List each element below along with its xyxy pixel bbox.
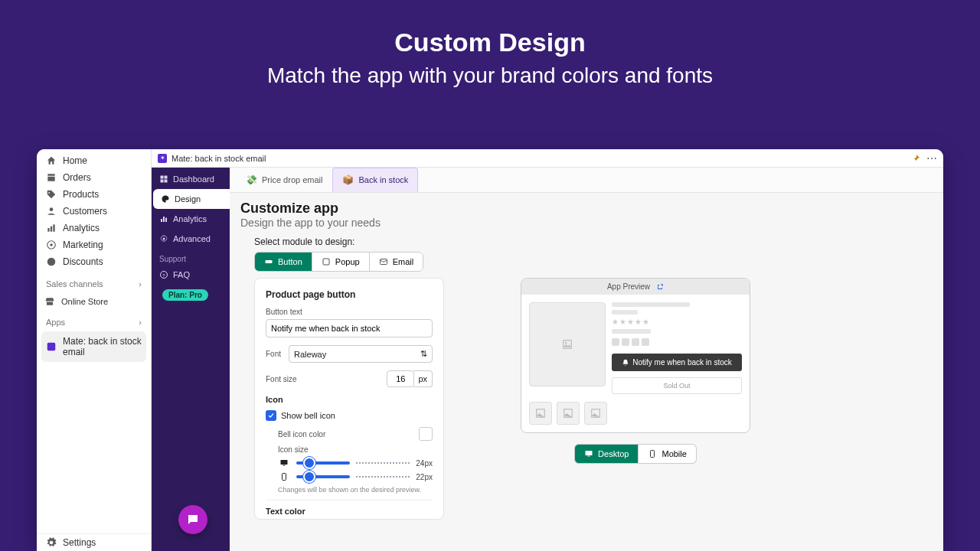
nav-settings[interactable]: Settings (37, 533, 151, 551)
mobile-icon (278, 472, 290, 481)
svg-rect-14 (165, 218, 167, 223)
side-design[interactable]: Design (153, 189, 230, 209)
svg-rect-9 (165, 176, 168, 179)
discount-icon (46, 256, 57, 267)
svg-rect-19 (323, 259, 329, 265)
mobile-icon (648, 449, 657, 458)
svg-point-5 (50, 243, 53, 246)
side-advanced[interactable]: Advanced (152, 229, 230, 249)
svg-rect-22 (283, 465, 286, 466)
nav-analytics[interactable]: Analytics (37, 220, 151, 236)
plan-badge: Plan: Pro (162, 289, 208, 301)
module-popup[interactable]: Popup (312, 253, 369, 271)
app-icon (46, 341, 57, 352)
bell-color-swatch[interactable] (419, 427, 433, 441)
thumb-1[interactable] (529, 402, 552, 425)
device-mobile[interactable]: Mobile (639, 444, 696, 464)
svg-rect-8 (161, 176, 164, 179)
svg-point-25 (565, 342, 567, 344)
side-analytics[interactable]: Analytics (152, 209, 230, 229)
button-icon (264, 257, 273, 266)
svg-rect-21 (281, 460, 288, 465)
svg-rect-30 (588, 456, 590, 457)
icon-section-title: Icon (266, 395, 433, 404)
svg-rect-11 (165, 180, 168, 183)
dashboard-icon (159, 174, 168, 184)
button-text-input[interactable] (266, 319, 433, 337)
svg-rect-29 (586, 451, 593, 455)
preview-notify-button[interactable]: Notify me when back in stock (612, 354, 742, 371)
font-select[interactable]: Raleway⇅ (289, 345, 433, 363)
hero-subtitle: Match the app with your brand colors and… (0, 64, 980, 88)
svg-rect-23 (283, 474, 286, 481)
nav-marketing[interactable]: Marketing (37, 236, 151, 253)
module-segment: Button Popup Email (254, 252, 423, 272)
font-size-input[interactable] (387, 370, 414, 387)
svg-rect-12 (161, 219, 162, 222)
design-page: 💸Price drop email 📦Back in stock Customi… (230, 168, 943, 551)
nav-products[interactable]: Products (37, 186, 151, 203)
thumb-2[interactable] (557, 402, 580, 425)
sold-out-button: Sold Out (612, 377, 742, 394)
popup-icon (322, 257, 331, 266)
settings-card: Product page button Button text Font Ral… (254, 278, 444, 520)
chat-fab[interactable] (178, 505, 207, 534)
store-icon (44, 296, 55, 307)
shopify-nav: Home Orders Products Customers Analytics… (37, 149, 152, 551)
desktop-icon-slider[interactable]: 24px (278, 458, 433, 468)
font-unit: px (413, 370, 433, 387)
tab-price-drop[interactable]: 💸Price drop email (236, 168, 332, 192)
preview-main-image (529, 302, 606, 386)
nav-discounts[interactable]: Discounts (37, 253, 151, 270)
device-desktop[interactable]: Desktop (574, 444, 639, 464)
nav-online-store[interactable]: Online Store (37, 292, 151, 311)
topbar: ✶ Mate: back in stock email ⋯ (152, 149, 943, 168)
svg-text:?: ? (162, 273, 165, 278)
gear-icon (46, 537, 57, 548)
nav-app-mate[interactable]: Mate: back in stock email (41, 331, 146, 362)
orders-icon (46, 172, 57, 183)
desktop-icon (278, 458, 290, 468)
chart-icon (46, 223, 57, 233)
nav-home[interactable]: Home (37, 152, 151, 169)
target-icon (46, 240, 57, 250)
nav-customers[interactable]: Customers (37, 203, 151, 220)
svg-rect-13 (163, 217, 165, 222)
apps-header[interactable]: Apps› (37, 311, 151, 330)
svg-rect-7 (47, 343, 56, 351)
button-text-label: Button text (266, 308, 433, 316)
package-icon: 📦 (342, 174, 354, 185)
module-email[interactable]: Email (369, 253, 423, 271)
tab-back-in-stock[interactable]: 📦Back in stock (332, 168, 418, 192)
pin-icon[interactable] (911, 154, 920, 163)
app-mark-icon: ✶ (158, 154, 167, 163)
preview-thumbnails (521, 402, 750, 432)
font-label: Font (266, 350, 281, 358)
module-button[interactable]: Button (255, 253, 312, 271)
select-module-label: Select module to design: (254, 236, 933, 247)
palette-icon (161, 194, 170, 204)
tag-icon (46, 189, 57, 200)
sales-channels-header[interactable]: Sales channels› (37, 273, 151, 292)
nav-orders[interactable]: Orders (37, 169, 151, 186)
side-faq[interactable]: ?FAQ (152, 265, 230, 285)
page-subtitle: Design the app to your needs (240, 217, 933, 229)
main-area: ✶ Mate: back in stock email ⋯ Dashboard … (152, 149, 943, 551)
svg-rect-24 (564, 341, 572, 349)
side-dashboard[interactable]: Dashboard (152, 169, 230, 189)
more-icon[interactable]: ⋯ (926, 152, 937, 165)
preview-header: App Preview (521, 279, 750, 295)
text-color-label: Text color (266, 500, 433, 516)
app-preview: App Preview ★★★★★ (521, 278, 750, 433)
page-title: Customize app (240, 201, 933, 217)
app-sidebar: Dashboard Design Analytics Advanced Supp… (152, 168, 230, 551)
hero-title: Custom Design (0, 28, 980, 57)
money-icon: 💸 (246, 174, 257, 185)
thumb-3[interactable] (584, 402, 607, 425)
external-link-icon[interactable] (656, 283, 664, 291)
home-icon (46, 155, 57, 166)
support-header: Support (152, 249, 230, 265)
show-bell-checkbox[interactable]: Show bell icon (266, 410, 433, 421)
mobile-icon-slider[interactable]: 22px (278, 472, 433, 481)
chat-icon (186, 513, 200, 527)
